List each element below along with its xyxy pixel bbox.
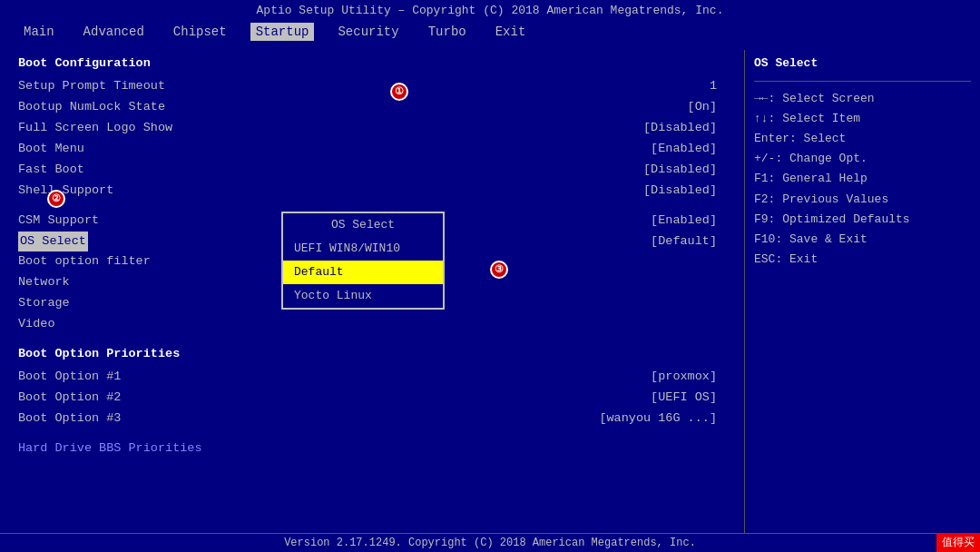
section2-title: Boot Option Priorities bbox=[18, 344, 726, 365]
title-text: Aptio Setup Utility – Copyright (C) 2018… bbox=[257, 4, 724, 17]
menu-item-exit[interactable]: Exit bbox=[490, 23, 532, 41]
menu-item-turbo[interactable]: Turbo bbox=[423, 23, 472, 41]
help-item: F1: General Help bbox=[754, 169, 971, 189]
os-select-option[interactable]: Default bbox=[283, 261, 443, 284]
annotation-2: ② bbox=[47, 190, 65, 208]
boot-option-row[interactable]: Boot Option #3[wanyou 16G ...] bbox=[18, 409, 726, 429]
main-content: Boot Configuration Setup Prompt Timeout1… bbox=[0, 43, 980, 533]
help-item: F10: Save & Exit bbox=[754, 230, 971, 250]
os-select-popup[interactable]: OS SelectUEFI WIN8/WIN10DefaultYocto Lin… bbox=[281, 212, 445, 310]
config-row: Setup Prompt Timeout1 bbox=[18, 76, 726, 97]
right-panel-title: OS Select bbox=[754, 54, 971, 74]
annotation-3: ③ bbox=[490, 261, 508, 279]
title-bar: Aptio Setup Utility – Copyright (C) 2018… bbox=[0, 0, 980, 21]
hard-drive-label[interactable]: Hard Drive BBS Priorities bbox=[18, 439, 726, 459]
help-item: →←: Select Screen bbox=[754, 89, 971, 109]
bottom-text: Version 2.17.1249. Copyright (C) 2018 Am… bbox=[284, 537, 696, 549]
section1-title: Boot Configuration bbox=[18, 54, 726, 74]
bios-screen: Aptio Setup Utility – Copyright (C) 2018… bbox=[0, 0, 980, 552]
menu-item-advanced[interactable]: Advanced bbox=[78, 23, 150, 41]
config-row: Fast Boot[Disabled] bbox=[18, 160, 726, 181]
help-item: F2: Previous Values bbox=[754, 190, 971, 210]
menu-item-chipset[interactable]: Chipset bbox=[168, 23, 232, 41]
help-item: ESC: Exit bbox=[754, 250, 971, 270]
left-panel: Boot Configuration Setup Prompt Timeout1… bbox=[0, 50, 744, 533]
menu-item-main[interactable]: Main bbox=[18, 23, 60, 41]
boot-option-row[interactable]: Boot Option #2[UEFI OS] bbox=[18, 388, 726, 409]
help-item: F9: Optimized Defaults bbox=[754, 210, 971, 230]
config-row: Boot Menu[Enabled] bbox=[18, 139, 726, 160]
config-row: Bootup NumLock State[On] bbox=[18, 97, 726, 118]
boot-option-row[interactable]: Boot Option #1[proxmox] bbox=[18, 367, 726, 388]
menu-item-startup[interactable]: Startup bbox=[250, 23, 315, 41]
os-select-title: OS Select bbox=[283, 213, 443, 237]
config-row: Shell Support[Disabled] bbox=[18, 181, 726, 202]
menu-bar[interactable]: MainAdvancedChipsetStartupSecurityTurboE… bbox=[0, 21, 980, 43]
bottom-bar: Version 2.17.1249. Copyright (C) 2018 Am… bbox=[0, 533, 980, 552]
os-select-option[interactable]: Yocto Linux bbox=[283, 284, 443, 308]
help-item: ↑↓: Select Item bbox=[754, 109, 971, 129]
annotation-1: ① bbox=[390, 83, 408, 101]
help-item: Enter: Select bbox=[754, 129, 971, 149]
os-select-option[interactable]: UEFI WIN8/WIN10 bbox=[283, 237, 443, 261]
right-panel: OS Select →←: Select Screen↑↓: Select It… bbox=[744, 50, 980, 533]
watermark: 值得买 bbox=[936, 533, 980, 552]
help-item: +/-: Change Opt. bbox=[754, 149, 971, 169]
config-row: Full Screen Logo Show[Disabled] bbox=[18, 118, 726, 139]
config-row: Video bbox=[18, 314, 726, 335]
menu-item-security[interactable]: Security bbox=[332, 23, 404, 41]
